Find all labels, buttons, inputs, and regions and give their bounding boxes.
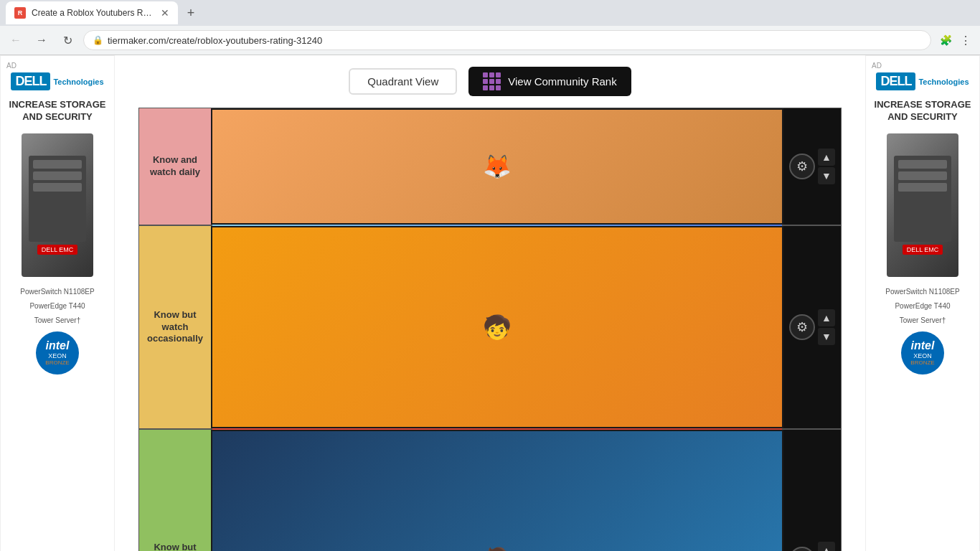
forward-button[interactable]: → — [32, 30, 52, 50]
browser-menu-button[interactable]: ⋮ — [957, 34, 974, 47]
tab-bar: R Create a Roblox Youtubers Ratin ✕ + — [0, 0, 980, 26]
dell-logo-right: DELL Technologies — [876, 72, 969, 90]
quadrant-view-button[interactable]: Quadrant View — [349, 68, 457, 95]
back-button[interactable]: ← — [6, 30, 26, 50]
grid-cell — [489, 85, 494, 90]
tier-items-2: 🧑 👧 🤠 🎭 🦄 👓 🎮 🧙 🐸 — [211, 430, 783, 551]
page-content: Quadrant View View Community Rank — [115, 55, 865, 551]
tab-close-button[interactable]: ✕ — [161, 7, 169, 19]
ad-label: AD — [6, 62, 17, 70]
left-ad: AD DELL Technologies INCREASE STORAGE AN… — [0, 55, 115, 551]
tier-controls-2: ⚙ ▲ ▼ — [783, 430, 841, 551]
xeon-text: XEON — [48, 352, 67, 359]
ad-headline: INCREASE STORAGE AND SECURITY — [6, 99, 108, 123]
arrow-down-0[interactable]: ▼ — [818, 167, 835, 184]
grid-cell — [489, 79, 494, 84]
ad-product-type-right: Tower Server† — [900, 316, 946, 326]
ad-content-right: DELL Technologies INCREASE STORAGE AND S… — [872, 72, 974, 375]
arrow-up-2[interactable]: ▲ — [818, 542, 835, 551]
tab-favicon: R — [14, 7, 26, 19]
grid-cell — [496, 85, 501, 90]
grid-cell — [483, 85, 488, 90]
reload-button[interactable]: ↻ — [57, 30, 77, 50]
gear-button-1[interactable]: ⚙ — [789, 314, 815, 340]
main-content: AD DELL Technologies INCREASE STORAGE AN… — [0, 55, 980, 551]
arrow-col-2: ▲ ▼ — [818, 542, 835, 551]
arrow-down-1[interactable]: ▼ — [818, 328, 835, 345]
tier-items-0: 🦊 🐱 😎 🧛 — [211, 108, 783, 225]
server-badge-right: DELL EMC — [903, 245, 943, 255]
intel-text: intel — [46, 339, 70, 352]
ad-label-right: AD — [872, 62, 882, 70]
tier-table: Know and watch daily 🦊 🐱 😎 🧛 ⚙ ▲ ▼ — [138, 108, 842, 551]
extensions-area: 🧩 ⋮ — [937, 32, 974, 49]
url-text: tiermaker.com/create/roblox-youtubers-ra… — [108, 35, 922, 46]
grid-cell — [483, 72, 488, 77]
server-slots — [29, 156, 86, 242]
tier-label-1: Know but watch occasionally — [139, 226, 211, 428]
tier-label-2: Know but don't watch anymore — [139, 430, 211, 551]
grid-icon — [483, 72, 501, 90]
lock-icon: 🔒 — [93, 35, 103, 45]
gear-button-0[interactable]: ⚙ — [789, 154, 815, 179]
tier-row-0: Know and watch daily 🦊 🐱 😎 🧛 ⚙ ▲ ▼ — [139, 108, 841, 226]
grid-cell — [483, 79, 488, 84]
tier-item[interactable]: 🧑 — [212, 431, 782, 551]
ad-product1: PowerSwitch N1108EP — [20, 287, 94, 297]
tier-controls-1: ⚙ ▲ ▼ — [783, 226, 841, 428]
ad-product1-right: PowerSwitch N1108EP — [885, 287, 959, 297]
server-image: DELL EMC — [22, 133, 93, 277]
arrow-col-1: ▲ ▼ — [818, 309, 835, 345]
intel-text-right: intel — [911, 339, 935, 352]
tier-row-2: Know but don't watch anymore 🧑 👧 🤠 🎭 🦄 👓… — [139, 430, 841, 551]
dell-tagline: Technologies — [53, 77, 103, 86]
grid-cell — [496, 72, 501, 77]
active-tab[interactable]: R Create a Roblox Youtubers Ratin ✕ — [6, 1, 178, 24]
dell-logo: DELL Technologies — [11, 72, 103, 90]
tier-label-0: Know and watch daily — [139, 108, 211, 225]
tier-item[interactable]: 🧒 — [212, 227, 782, 427]
new-tab-button[interactable]: + — [181, 3, 201, 23]
browser-chrome: R Create a Roblox Youtubers Ratin ✕ + ← … — [0, 0, 980, 55]
bronze-text-right: BRONZE — [910, 359, 934, 366]
server-slot-r — [898, 160, 947, 169]
nav-bar: ← → ↻ 🔒 tiermaker.com/create/roblox-yout… — [0, 26, 980, 55]
grid-cell — [496, 79, 501, 84]
server-slot — [33, 171, 82, 180]
server-slot-r — [898, 171, 947, 180]
server-image-right: DELL EMC — [887, 133, 958, 277]
community-rank-label: View Community Rank — [508, 75, 616, 88]
server-slot — [33, 160, 82, 169]
top-controls: Quadrant View View Community Rank — [349, 67, 631, 96]
ad-product2-right: PowerEdge T440 — [895, 301, 950, 311]
xeon-text-right: XEON — [913, 352, 932, 359]
dell-brand: DELL — [11, 72, 50, 90]
extension-icon[interactable]: 🧩 — [937, 32, 954, 49]
server-slots-right — [894, 156, 951, 242]
dell-brand-right: DELL — [876, 72, 915, 90]
ad-content: DELL Technologies INCREASE STORAGE AND S… — [6, 72, 108, 375]
ad-headline-right: INCREASE STORAGE AND SECURITY — [872, 99, 974, 123]
ad-product-type: Tower Server† — [34, 316, 80, 326]
tier-row-1: Know but watch occasionally 🧒 😶 🎩 🕵️ 🎅 👱… — [139, 226, 841, 430]
gear-button-2[interactable]: ⚙ — [789, 547, 815, 551]
server-badge: DELL EMC — [37, 245, 78, 255]
tier-controls-0: ⚙ ▲ ▼ — [783, 108, 841, 225]
ad-product2: PowerEdge T440 — [29, 301, 85, 311]
tier-items-1: 🧒 😶 🎩 🕵️ 🎅 👱 🪖 — [211, 226, 783, 428]
grid-cell — [489, 72, 494, 77]
tier-item[interactable]: 🦊 — [212, 110, 782, 223]
community-rank-button[interactable]: View Community Rank — [468, 67, 631, 96]
intel-badge: intel XEON BRONZE — [36, 331, 79, 375]
arrow-up-1[interactable]: ▲ — [818, 309, 835, 326]
arrow-up-0[interactable]: ▲ — [818, 149, 835, 166]
server-slot-r — [898, 183, 947, 192]
address-bar[interactable]: 🔒 tiermaker.com/create/roblox-youtubers-… — [83, 30, 931, 50]
intel-badge-right: intel XEON BRONZE — [901, 331, 944, 375]
bronze-text: BRONZE — [45, 359, 69, 366]
dell-tagline-right: Technologies — [918, 77, 969, 86]
tab-title: Create a Roblox Youtubers Ratin — [32, 8, 152, 18]
right-ad: AD DELL Technologies INCREASE STORAGE AN… — [865, 55, 980, 551]
arrow-col-0: ▲ ▼ — [818, 149, 835, 184]
server-slot — [33, 183, 82, 192]
